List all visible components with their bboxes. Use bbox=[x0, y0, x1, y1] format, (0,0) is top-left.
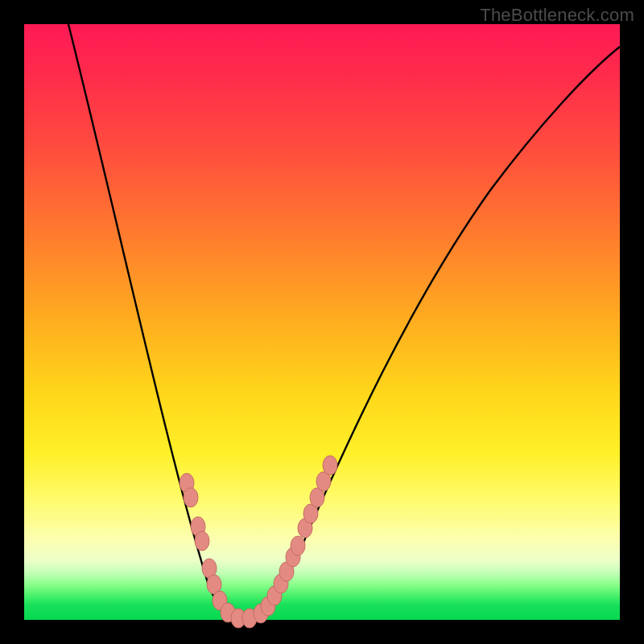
chart-frame: TheBottleneck.com bbox=[0, 0, 644, 644]
curve-layer bbox=[24, 24, 620, 620]
watermark-text: TheBottleneck.com bbox=[480, 5, 634, 26]
bottleneck-curve bbox=[68, 24, 620, 620]
curve-marker bbox=[195, 531, 209, 551]
plot-area bbox=[24, 24, 620, 620]
curve-marker bbox=[291, 536, 305, 555]
marker-group bbox=[180, 456, 337, 628]
curve-marker bbox=[323, 456, 337, 475]
curve-marker bbox=[184, 488, 198, 507]
